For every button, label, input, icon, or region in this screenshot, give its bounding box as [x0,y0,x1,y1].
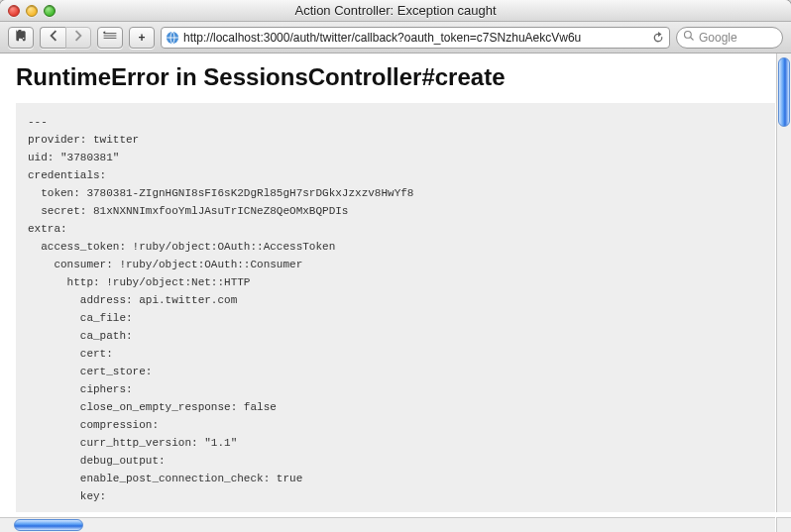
bookmarks-icon [102,29,118,46]
page-content: RuntimeError in SessionsController#creat… [0,53,775,512]
zoom-window-button[interactable] [44,5,56,17]
back-button[interactable] [40,27,65,49]
vertical-scrollbar[interactable] [776,53,791,512]
back-icon [48,30,59,45]
traffic-lights [0,5,56,17]
plus-icon: + [138,31,145,45]
site-favicon-icon [166,31,179,45]
vertical-scroll-thumb[interactable] [778,57,790,127]
address-bar[interactable]: http://localhost:3000/auth/twitter/callb… [161,27,670,49]
error-heading: RuntimeError in SessionsController#creat… [16,63,759,91]
titlebar[interactable]: Action Controller: Exception caught [0,0,791,22]
search-icon [683,30,699,45]
window-title: Action Controller: Exception caught [0,3,791,18]
search-field[interactable]: Google [676,27,783,49]
forward-icon [72,30,84,45]
toolbar: + http://localhost:3000/auth/twitter/cal… [0,22,791,53]
page-viewport: RuntimeError in SessionsController#creat… [0,53,791,532]
error-body: --- provider: twitter uid: "3780381" cre… [16,103,775,512]
horizontal-scroll-thumb[interactable] [14,519,83,531]
svg-line-2 [691,38,694,41]
browser-window: Action Controller: Exception caught [0,0,791,532]
evernote-icon [13,28,29,47]
svg-point-1 [685,32,692,39]
reload-button[interactable] [651,31,665,45]
search-placeholder: Google [699,31,737,45]
minimize-window-button[interactable] [26,5,38,17]
evernote-clip-button[interactable] [8,27,34,49]
scroll-corner [776,517,791,532]
nav-back-forward [40,27,91,49]
bookmarks-button[interactable] [97,27,123,49]
horizontal-scrollbar[interactable] [0,517,775,532]
forward-button[interactable] [65,27,91,49]
close-window-button[interactable] [8,5,20,17]
add-bookmark-button[interactable]: + [129,27,155,49]
url-text: http://localhost:3000/auth/twitter/callb… [183,31,647,45]
